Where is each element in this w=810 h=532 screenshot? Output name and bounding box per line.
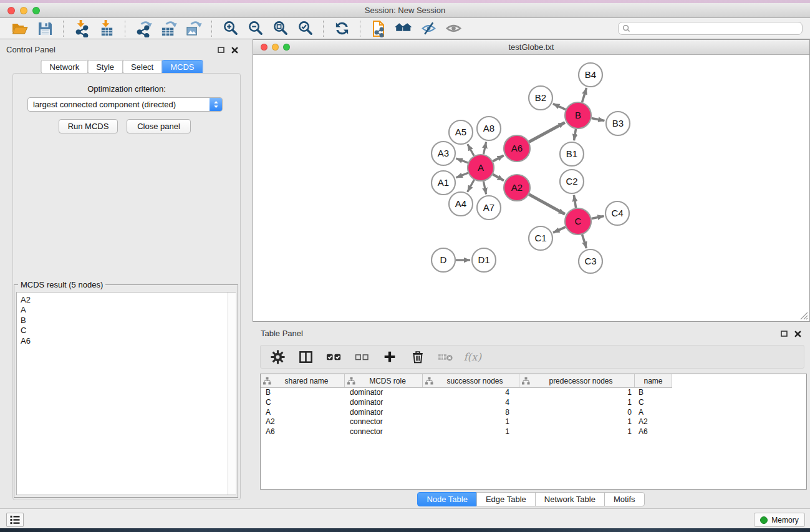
network-node-D1[interactable]: D1 [472,248,496,272]
network-node-B1[interactable]: B1 [560,142,584,166]
run-mcds-button[interactable]: Run MCDS [59,119,118,133]
zoom-in-button[interactable] [219,19,241,38]
result-scrollbar[interactable] [228,293,236,495]
tab-network[interactable]: Network [41,60,88,74]
zoom-view-button[interactable] [283,44,290,51]
close-view-button[interactable] [261,44,268,51]
mcds-result-item[interactable]: A2 [21,295,235,305]
network-node-A8[interactable]: A8 [477,117,501,140]
table-row[interactable]: Cdominator41C [261,398,806,408]
add-button[interactable] [379,347,400,366]
tab-node-table[interactable]: Node Table [417,492,477,506]
deselect-all-button[interactable] [351,347,372,366]
fx-button[interactable]: f(x) [463,347,485,366]
network-edge-C-C2[interactable] [574,195,576,208]
network-node-C4[interactable]: C4 [605,201,629,225]
close-panel-button[interactable] [230,46,239,54]
network-node-C3[interactable]: C3 [579,249,602,273]
export-table-button[interactable] [157,19,180,38]
network-node-A3[interactable]: A3 [432,142,455,165]
tab-network-table[interactable]: Network Table [535,492,605,506]
import-table-button[interactable] [95,19,118,38]
mcds-result-item[interactable]: A [21,305,235,315]
column-header[interactable]: predecessor nodes [519,374,635,388]
network-node-A7[interactable]: A7 [477,196,501,220]
tab-style[interactable]: Style [87,60,123,74]
search-input[interactable] [633,24,799,33]
network-node-A6[interactable]: A6 [504,135,530,162]
network-edge-A2-C[interactable] [529,195,565,215]
network-edge-A-A5[interactable] [468,144,474,156]
mcds-result-item[interactable]: B [21,316,235,326]
zoom-selected-button[interactable] [294,19,316,38]
network-edge-C-C1[interactable] [553,227,566,233]
tab-edge-table[interactable]: Edge Table [476,492,536,506]
table-row[interactable]: A6connector11A6 [261,427,806,437]
gear-button[interactable] [267,347,288,366]
network-node-D[interactable]: D [432,248,455,272]
network-edge-A6-B[interactable] [529,122,565,142]
mcds-result-item[interactable]: A6 [21,336,235,346]
close-panel-action-button[interactable]: Close panel [127,119,191,133]
resize-grip[interactable] [799,311,808,320]
hide-eye-button[interactable] [417,19,440,38]
network-edge-C-C4[interactable] [592,216,604,218]
float-panel-button[interactable] [216,46,226,54]
tab-mcds[interactable]: MCDS [162,60,203,74]
home-button[interactable] [392,19,415,38]
network-node-A2[interactable]: A2 [504,175,530,201]
network-edge-A-A7[interactable] [483,181,486,195]
network-node-A5[interactable]: A5 [449,120,473,144]
network-node-B3[interactable]: B3 [606,112,630,135]
close-window-button[interactable] [7,7,15,14]
minimize-view-button[interactable] [272,44,279,51]
column-header[interactable]: MCDS role [345,374,423,388]
memory-button[interactable]: Memory [754,513,805,527]
network-edge-B-B1[interactable] [574,129,576,141]
save-button[interactable] [34,19,56,38]
zoom-fit-button[interactable] [269,19,291,38]
columns-button[interactable] [295,347,316,366]
network-edge-A-A1[interactable] [456,173,468,178]
network-edge-A-A6[interactable] [493,155,503,161]
table-row[interactable]: Bdominator41B [261,388,806,398]
network-edge-C-C3[interactable] [582,235,587,248]
network-canvas[interactable]: B4B2BB3A5A8A6A3B1AC2A1A2A4A7C4CC1C3DD1 [253,55,809,321]
search-box[interactable] [618,22,803,35]
table-row[interactable]: A2connector11A2 [261,417,806,427]
network-node-C2[interactable]: C2 [560,170,584,193]
network-node-A[interactable]: A [468,155,494,181]
network-node-C1[interactable]: C1 [529,226,552,250]
export-network-button[interactable] [132,19,155,38]
network-edge-B-B4[interactable] [582,88,587,102]
network-edge-B-B3[interactable] [592,118,605,120]
new-network-document-button[interactable] [367,19,390,38]
network-edge-A-A3[interactable] [456,158,468,163]
mcds-result-item[interactable]: C [21,326,235,336]
close-table-panel-button[interactable] [793,329,803,338]
zoom-out-button[interactable] [244,19,266,38]
zoom-window-button[interactable] [32,7,40,14]
network-edge-A-A4[interactable] [468,180,475,191]
column-header[interactable]: successor nodes [423,374,519,388]
network-node-B[interactable]: B [565,102,591,128]
tab-select[interactable]: Select [122,60,162,74]
tab-motifs[interactable]: Motifs [604,492,645,506]
export-image-button[interactable] [182,19,205,38]
network-node-A4[interactable]: A4 [449,192,473,216]
network-node-B4[interactable]: B4 [579,63,602,87]
delete-table-button[interactable] [435,347,456,366]
network-node-A1[interactable]: A1 [432,171,455,195]
column-header[interactable]: shared name [261,374,345,388]
float-table-panel-button[interactable] [779,329,789,338]
network-edge-A-A2[interactable] [493,175,504,181]
show-eye-button[interactable] [442,19,465,38]
network-edge-B-B2[interactable] [553,104,566,109]
import-network-button[interactable] [70,19,93,38]
table-row[interactable]: Adominator80A [261,408,806,418]
select-all-button[interactable] [323,347,344,366]
minimize-window-button[interactable] [20,7,27,14]
open-folder-button[interactable] [9,19,31,38]
network-node-B2[interactable]: B2 [529,86,552,110]
network-edge-A-A8[interactable] [483,142,486,155]
